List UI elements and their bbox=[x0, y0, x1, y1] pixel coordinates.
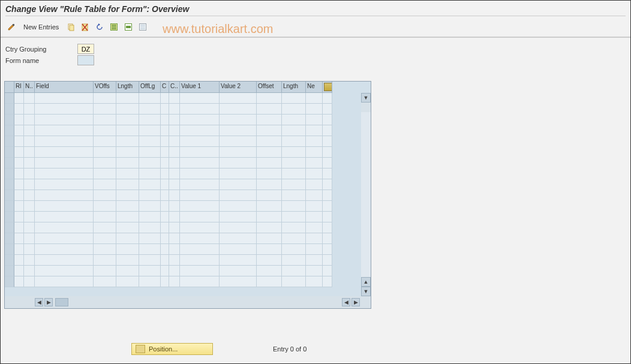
table-cell[interactable] bbox=[161, 125, 169, 136]
table-cell[interactable] bbox=[282, 179, 306, 190]
table-cell[interactable] bbox=[35, 115, 94, 125]
table-cell[interactable] bbox=[161, 201, 169, 212]
change-icon[interactable] bbox=[5, 21, 17, 33]
table-cell[interactable] bbox=[139, 255, 161, 266]
table-cell[interactable] bbox=[35, 201, 94, 212]
row-selector[interactable] bbox=[5, 201, 14, 212]
table-cell[interactable] bbox=[323, 158, 332, 169]
table-cell[interactable] bbox=[180, 147, 220, 158]
table-cell[interactable] bbox=[169, 147, 180, 158]
table-config-icon[interactable] bbox=[324, 83, 332, 91]
table-cell[interactable] bbox=[257, 212, 282, 222]
table-cell[interactable] bbox=[257, 201, 282, 212]
table-cell[interactable] bbox=[116, 244, 139, 255]
table-cell[interactable] bbox=[180, 136, 220, 147]
table-cell[interactable] bbox=[169, 222, 180, 233]
table-cell[interactable] bbox=[282, 115, 306, 125]
table-cell[interactable] bbox=[116, 136, 139, 147]
row-selector[interactable] bbox=[5, 190, 14, 201]
table-cell[interactable] bbox=[161, 158, 169, 169]
table-cell[interactable] bbox=[282, 125, 306, 136]
table-cell[interactable] bbox=[180, 125, 220, 136]
table-cell[interactable] bbox=[35, 179, 94, 190]
row-selector[interactable] bbox=[5, 104, 14, 115]
table-cell[interactable] bbox=[35, 169, 94, 179]
row-selector[interactable] bbox=[5, 115, 14, 125]
table-cell[interactable] bbox=[139, 190, 161, 201]
copy-icon[interactable] bbox=[65, 21, 77, 33]
table-cell[interactable] bbox=[257, 169, 282, 179]
deselect-all-icon[interactable] bbox=[137, 21, 149, 33]
column-header[interactable]: Lngth bbox=[116, 82, 139, 93]
table-cell[interactable] bbox=[94, 169, 116, 179]
table-cell[interactable] bbox=[180, 233, 220, 244]
table-cell[interactable] bbox=[139, 125, 161, 136]
table-cell[interactable] bbox=[323, 255, 332, 266]
column-header[interactable]: Rl bbox=[14, 82, 24, 93]
table-cell[interactable] bbox=[257, 93, 282, 104]
table-cell[interactable] bbox=[306, 93, 323, 104]
table-cell[interactable] bbox=[94, 255, 116, 266]
column-header[interactable]: Value 2 bbox=[220, 82, 257, 93]
table-cell[interactable] bbox=[169, 233, 180, 244]
column-header[interactable]: Lngth bbox=[282, 82, 306, 93]
row-selector[interactable] bbox=[5, 136, 14, 147]
table-cell[interactable] bbox=[282, 93, 306, 104]
table-cell[interactable] bbox=[282, 244, 306, 255]
table-cell[interactable] bbox=[116, 276, 139, 287]
table-cell[interactable] bbox=[257, 125, 282, 136]
table-cell[interactable] bbox=[24, 147, 35, 158]
table-cell[interactable] bbox=[161, 222, 169, 233]
table-cell[interactable] bbox=[94, 125, 116, 136]
table-cell[interactable] bbox=[24, 158, 35, 169]
table-cell[interactable] bbox=[94, 222, 116, 233]
table-cell[interactable] bbox=[257, 158, 282, 169]
table-cell[interactable] bbox=[14, 93, 24, 104]
table-cell[interactable] bbox=[323, 136, 332, 147]
table-cell[interactable] bbox=[323, 147, 332, 158]
table-cell[interactable] bbox=[24, 169, 35, 179]
table-cell[interactable] bbox=[94, 233, 116, 244]
table-cell[interactable] bbox=[282, 233, 306, 244]
table-cell[interactable] bbox=[306, 169, 323, 179]
table-cell[interactable] bbox=[323, 266, 332, 276]
table-cell[interactable] bbox=[94, 136, 116, 147]
table-cell[interactable] bbox=[306, 255, 323, 266]
table-cell[interactable] bbox=[139, 179, 161, 190]
column-header[interactable] bbox=[5, 82, 14, 93]
table-cell[interactable] bbox=[323, 190, 332, 201]
undo-icon[interactable] bbox=[94, 21, 106, 33]
table-cell[interactable] bbox=[35, 190, 94, 201]
table-cell[interactable] bbox=[169, 266, 180, 276]
table-cell[interactable] bbox=[257, 244, 282, 255]
table-cell[interactable] bbox=[169, 158, 180, 169]
table-cell[interactable] bbox=[323, 244, 332, 255]
table-cell[interactable] bbox=[35, 147, 94, 158]
table-cell[interactable] bbox=[257, 222, 282, 233]
table-cell[interactable] bbox=[14, 169, 24, 179]
table-cell[interactable] bbox=[282, 190, 306, 201]
scroll-down2-icon[interactable]: ▼ bbox=[361, 287, 371, 296]
table-cell[interactable] bbox=[169, 255, 180, 266]
table-cell[interactable] bbox=[169, 179, 180, 190]
row-selector[interactable] bbox=[5, 222, 14, 233]
position-button[interactable]: Position... bbox=[131, 343, 213, 355]
table-cell[interactable] bbox=[306, 201, 323, 212]
table-cell[interactable] bbox=[169, 190, 180, 201]
table-cell[interactable] bbox=[257, 147, 282, 158]
ctry-grouping-input[interactable] bbox=[77, 44, 94, 54]
table-cell[interactable] bbox=[323, 125, 332, 136]
table-cell[interactable] bbox=[257, 266, 282, 276]
table-cell[interactable] bbox=[116, 266, 139, 276]
table-cell[interactable] bbox=[35, 244, 94, 255]
table-cell[interactable] bbox=[35, 266, 94, 276]
table-cell[interactable] bbox=[282, 136, 306, 147]
table-cell[interactable] bbox=[24, 255, 35, 266]
table-cell[interactable] bbox=[257, 136, 282, 147]
table-cell[interactable] bbox=[169, 115, 180, 125]
table-cell[interactable] bbox=[116, 222, 139, 233]
table-cell[interactable] bbox=[161, 93, 169, 104]
row-selector[interactable] bbox=[5, 255, 14, 266]
column-header[interactable]: VOffs bbox=[94, 82, 116, 93]
scroll-left2-icon[interactable]: ◀ bbox=[342, 298, 350, 306]
